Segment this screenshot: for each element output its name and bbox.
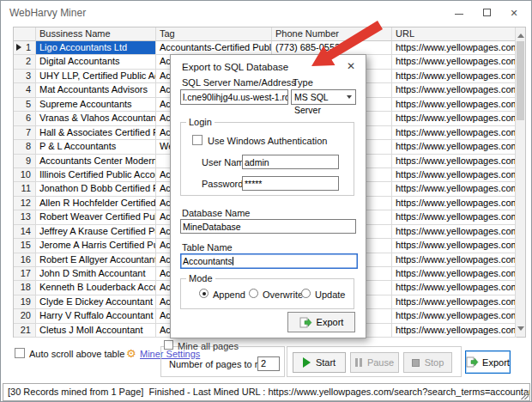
scroll-down-icon[interactable] bbox=[517, 326, 524, 333]
maximize-icon[interactable] bbox=[481, 8, 492, 18]
row-number[interactable]: 10 bbox=[14, 168, 36, 182]
cell-url[interactable]: https://www.yellowpages.com/chic... bbox=[392, 267, 517, 281]
cell-url[interactable]: https://www.yellowpages.com/chic... bbox=[392, 126, 517, 140]
cell-business-name[interactable]: Mat Accountants Advisors bbox=[36, 83, 156, 97]
cell-business-name[interactable]: Allen R Hochfelder Certified Public A... bbox=[36, 197, 156, 210]
radio-append-label[interactable]: Append bbox=[213, 289, 245, 300]
dialog-export-button[interactable]: Export bbox=[287, 312, 355, 332]
radio-append[interactable] bbox=[199, 289, 209, 298]
radio-overwrite[interactable] bbox=[249, 289, 258, 298]
cell-business-name[interactable]: Robert E Allgyer Accountant bbox=[36, 253, 156, 267]
row-number[interactable]: 11 bbox=[14, 182, 36, 196]
vertical-scrollbar[interactable] bbox=[515, 27, 525, 337]
radio-update-label[interactable]: Update bbox=[315, 289, 345, 300]
cell-url[interactable]: https://www.yellowpages.com/chic... bbox=[392, 225, 517, 239]
cell-business-name[interactable]: Supreme Accountants bbox=[36, 98, 156, 112]
cell-url[interactable]: https://www.yellowpages.com/chic... bbox=[392, 197, 517, 210]
row-number[interactable]: 13 bbox=[14, 210, 36, 224]
cell-business-name[interactable]: Jonathon D Bobb Certified Public Ac... bbox=[36, 182, 156, 196]
cell-url[interactable]: https://www.yellowpages.com/chic... bbox=[392, 253, 517, 267]
cell-url[interactable]: https://www.yellowpages.com/chic... bbox=[392, 41, 517, 55]
cell-business-name[interactable]: Kenneth B Louderback Accountant bbox=[36, 281, 156, 295]
col-header-tag[interactable]: Tag bbox=[156, 27, 272, 41]
row-number[interactable]: 19 bbox=[14, 295, 36, 309]
cell-url[interactable]: https://www.yellowpages.com/chic... bbox=[392, 239, 517, 253]
cell-url[interactable]: https://www.yellowpages.com/chic... bbox=[392, 309, 517, 323]
cell-url[interactable]: https://www.yellowpages.com/chic... bbox=[392, 210, 517, 224]
col-header-business-name[interactable]: Bussiness Name bbox=[36, 27, 156, 41]
close-icon[interactable]: ✕ bbox=[509, 8, 519, 18]
radio-update[interactable] bbox=[301, 289, 311, 298]
cell-business-name[interactable]: John D Smith Accountant bbox=[36, 267, 156, 281]
scroll-up-icon[interactable] bbox=[517, 31, 524, 38]
cell-business-name[interactable]: Illinois Certified Public Accountant S..… bbox=[36, 168, 156, 182]
row-number[interactable]: 7 bbox=[14, 126, 36, 140]
cell-business-name[interactable]: Vranas & Vlahos Accountants bbox=[36, 112, 156, 125]
row-number[interactable]: 21 bbox=[14, 324, 36, 338]
minimize-icon[interactable] bbox=[454, 8, 464, 18]
row-number[interactable]: 9 bbox=[14, 155, 36, 168]
row-number[interactable]: 15 bbox=[14, 239, 36, 253]
row-number[interactable]: 17 bbox=[14, 267, 36, 281]
cell-tag[interactable]: Accountants-Certified PublicAccoun... bbox=[156, 41, 272, 55]
cell-url[interactable]: https://www.yellowpages.com/chic... bbox=[392, 295, 517, 309]
cell-business-name[interactable]: Hall & Associates Certified Public Ac... bbox=[36, 126, 156, 140]
row-number[interactable]: 20 bbox=[14, 309, 36, 323]
database-name-input[interactable]: MineDatabase bbox=[180, 219, 356, 234]
row-number[interactable]: 6 bbox=[14, 112, 36, 125]
cell-business-name[interactable]: Clyde E Dickey Accountant bbox=[36, 295, 156, 309]
cell-url[interactable]: https://www.yellowpages.com/chic... bbox=[392, 281, 517, 295]
row-number[interactable]: 12 bbox=[14, 197, 36, 210]
server-address-input[interactable]: l.cne90lihjg4u.us-west-1.rds.amazo bbox=[180, 89, 288, 105]
type-dropdown[interactable]: MS SQL Server bbox=[291, 89, 356, 105]
cell-business-name[interactable]: Ligo Accountants Ltd bbox=[36, 41, 156, 55]
cell-business-name[interactable]: Digital Accountants bbox=[36, 55, 156, 69]
col-header-url[interactable]: URL bbox=[392, 27, 517, 41]
password-input[interactable]: ***** bbox=[242, 176, 339, 191]
cell-url[interactable]: https://www.yellowpages.com/chic... bbox=[392, 112, 517, 125]
cell-url[interactable]: https://www.yellowpages.com/chic... bbox=[392, 83, 517, 97]
cell-business-name[interactable]: P & L Accountants bbox=[36, 140, 156, 154]
col-header-phone[interactable]: Phone Number bbox=[272, 27, 392, 41]
cell-url[interactable]: https://www.yellowpages.com/chic... bbox=[392, 140, 517, 154]
dialog-close-icon[interactable]: ✕ bbox=[347, 60, 355, 72]
cell-url[interactable]: https://www.yellowpages.com/chic... bbox=[392, 155, 517, 168]
server-address-label: SQL Server Name/Address bbox=[182, 77, 296, 88]
resize-grip-icon[interactable] bbox=[520, 391, 529, 399]
cell-business-name[interactable]: Accountants Center Modern bbox=[36, 155, 156, 168]
row-number[interactable]: 1 bbox=[14, 41, 36, 55]
pages-to-mine-input[interactable]: 2 bbox=[257, 356, 280, 371]
pause-button[interactable]: Pause bbox=[350, 352, 399, 373]
cell-business-name[interactable]: Cletus J Moll Accountant bbox=[36, 324, 156, 338]
cell-url[interactable]: https://www.yellowpages.com/chic... bbox=[392, 324, 517, 338]
row-number[interactable]: 4 bbox=[14, 83, 36, 97]
scrollbar-thumb[interactable] bbox=[517, 41, 524, 120]
row-number[interactable]: 2 bbox=[14, 55, 36, 69]
cell-url[interactable]: https://www.yellowpages.com/chic... bbox=[392, 55, 517, 69]
stop-button[interactable]: Stop bbox=[403, 352, 452, 373]
row-number[interactable]: 18 bbox=[14, 281, 36, 295]
table-name-input[interactable]: Accountants bbox=[180, 253, 358, 269]
cell-business-name[interactable]: Harry V Ruffalo Accountant bbox=[36, 309, 156, 323]
row-number[interactable]: 3 bbox=[14, 70, 36, 83]
cell-url[interactable]: https://www.yellowpages.com/chic... bbox=[392, 182, 517, 196]
user-name-input[interactable]: admin bbox=[242, 155, 339, 169]
cell-business-name[interactable]: Robert Weaver Certified Public Acc... bbox=[36, 210, 156, 224]
row-number[interactable]: 8 bbox=[14, 140, 36, 154]
cell-url[interactable]: https://www.yellowpages.com/chic... bbox=[392, 168, 517, 182]
cell-url[interactable]: https://www.yellowpages.com/chic... bbox=[392, 70, 517, 83]
export-button[interactable]: Export bbox=[465, 350, 511, 374]
cell-business-name[interactable]: UHY LLP, Certified Public Accounta... bbox=[36, 70, 156, 83]
row-number[interactable]: 5 bbox=[14, 98, 36, 112]
row-number[interactable]: 14 bbox=[14, 225, 36, 239]
radio-overwrite-label[interactable]: Overwrite bbox=[263, 289, 303, 300]
cell-business-name[interactable]: Jeffrey A Krause Certified Public Acc... bbox=[36, 225, 156, 239]
mine-all-pages-checkbox[interactable] bbox=[164, 340, 173, 350]
cell-url[interactable]: https://www.yellowpages.com/chic... bbox=[392, 98, 517, 112]
cell-phone[interactable]: (773) 685-0552 bbox=[272, 41, 392, 55]
row-number[interactable]: 16 bbox=[14, 253, 36, 267]
windows-auth-checkbox[interactable] bbox=[192, 135, 203, 145]
auto-scroll-checkbox[interactable] bbox=[15, 348, 25, 358]
cell-business-name[interactable]: Jerome A Harris Certified Public Acc... bbox=[36, 239, 156, 253]
start-button[interactable]: Start bbox=[293, 352, 346, 373]
